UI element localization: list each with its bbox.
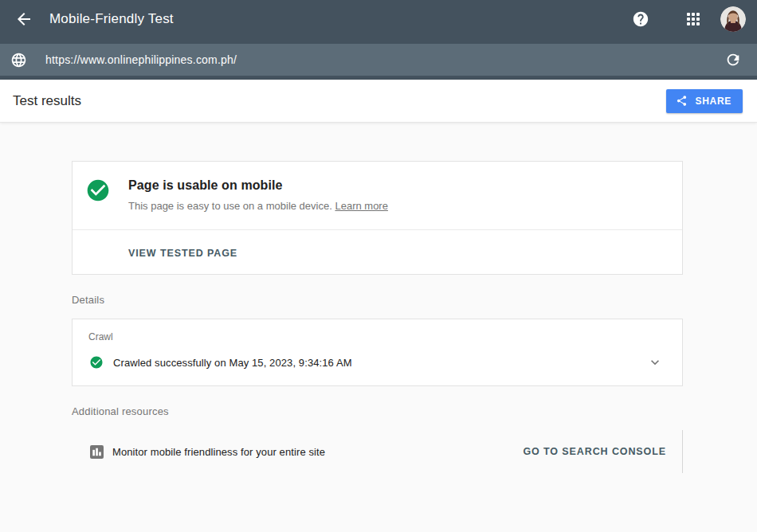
- go-to-search-console-button[interactable]: GO TO SEARCH CONSOLE: [523, 446, 666, 457]
- user-avatar[interactable]: [720, 6, 746, 32]
- share-button-label: SHARE: [695, 96, 732, 107]
- help-icon: [632, 10, 649, 28]
- url-bar: https://www.onlinephilippines.com.ph/: [0, 44, 757, 76]
- additional-resources-label: Additional resources: [72, 405, 757, 417]
- main-content: Page is usable on mobile This page is ea…: [0, 123, 757, 473]
- apps-grid-button[interactable]: [684, 10, 703, 29]
- resource-row: Monitor mobile friendliness for your ent…: [72, 430, 683, 473]
- globe-icon: [10, 51, 27, 68]
- result-title: Page is usable on mobile: [128, 178, 388, 193]
- result-card-footer: VIEW TESTED PAGE: [73, 229, 682, 274]
- help-button[interactable]: [631, 10, 650, 29]
- details-section-label: Details: [72, 294, 757, 306]
- arrow-left-icon: [14, 10, 33, 29]
- share-icon: [676, 95, 695, 107]
- page-title: Test results: [13, 93, 81, 109]
- check-circle-icon: [85, 178, 111, 203]
- avatar-image: [720, 6, 746, 32]
- back-button[interactable]: [8, 3, 40, 35]
- url-field[interactable]: https://www.onlinephilippines.com.ph/: [45, 53, 724, 66]
- mobile-friendly-test-page: Mobile-Friendly Test: [0, 0, 757, 532]
- bar-chart-icon: [90, 445, 104, 459]
- learn-more-link[interactable]: Learn more: [335, 200, 387, 212]
- apps-grid-icon: [687, 13, 700, 25]
- results-toolbar: Test results SHARE: [0, 80, 757, 123]
- result-card-status: Page is usable on mobile This page is ea…: [73, 162, 682, 229]
- resource-text: Monitor mobile friendliness for your ent…: [112, 446, 325, 458]
- crawl-group-label: Crawl: [73, 331, 682, 342]
- app-title: Mobile-Friendly Test: [49, 11, 174, 27]
- chevron-down-icon: [647, 354, 663, 370]
- app-header: Mobile-Friendly Test: [0, 0, 757, 38]
- check-circle-icon: [89, 355, 104, 370]
- crawl-status-text: Crawled successfully on May 15, 2023, 9:…: [113, 357, 352, 369]
- result-card: Page is usable on mobile This page is ea…: [72, 161, 683, 275]
- result-description: This page is easy to use on a mobile dev…: [128, 200, 388, 212]
- refresh-icon: [724, 51, 742, 68]
- result-description-text: This page is easy to use on a mobile dev…: [128, 200, 332, 212]
- expand-button[interactable]: [647, 354, 663, 370]
- share-button[interactable]: SHARE: [666, 89, 743, 113]
- url-bar-section: https://www.onlinephilippines.com.ph/: [0, 38, 757, 80]
- crawl-card: Crawl Crawled successfully on May 15, 20…: [72, 319, 683, 386]
- view-tested-page-button[interactable]: VIEW TESTED PAGE: [128, 248, 237, 259]
- refresh-button[interactable]: [724, 50, 743, 69]
- crawl-status-row[interactable]: Crawled successfully on May 15, 2023, 9:…: [73, 342, 682, 385]
